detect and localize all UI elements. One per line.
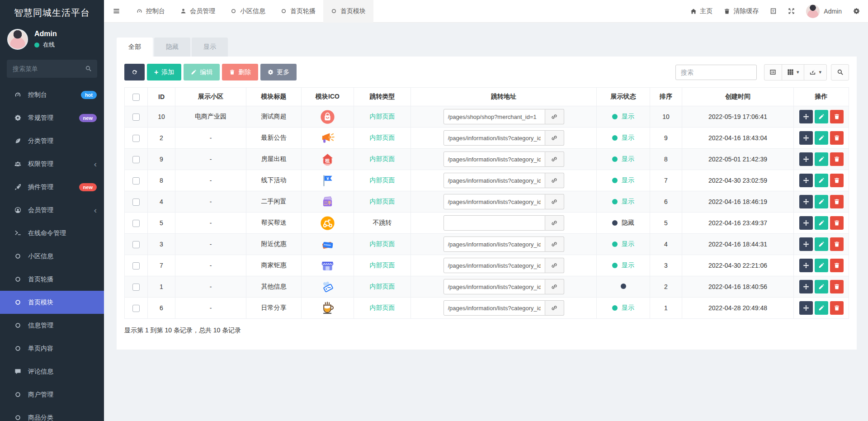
jump-url-input[interactable] <box>443 279 545 294</box>
detail-view-icon[interactable] <box>764 64 782 80</box>
delete-row-button[interactable] <box>830 131 844 145</box>
settings-gear-icon[interactable] <box>853 8 860 14</box>
delete-row-button[interactable] <box>830 259 844 272</box>
sidebar-item[interactable]: 插件管理new <box>0 175 104 199</box>
jump-url-input[interactable] <box>443 130 545 146</box>
delete-row-button[interactable] <box>830 110 844 123</box>
edit-button[interactable]: 编辑 <box>184 64 220 80</box>
menu-toggle-icon[interactable] <box>104 8 129 14</box>
nav-tab-控制台[interactable]: 控制台 <box>129 0 173 23</box>
nav-tab-会员管理[interactable]: 会员管理 <box>173 0 223 23</box>
jump-url-input[interactable] <box>443 151 545 167</box>
more-button[interactable]: 更多 <box>260 64 297 80</box>
sidebar-item[interactable]: 常规管理new <box>0 106 104 129</box>
jump-url-input[interactable] <box>443 215 545 231</box>
table-search-input[interactable] <box>675 65 757 80</box>
avatar[interactable] <box>7 29 28 50</box>
filter-tab[interactable]: 显示 <box>192 38 228 57</box>
row-checkbox[interactable] <box>132 305 140 312</box>
sidebar-item[interactable]: 评论信息 <box>0 360 104 383</box>
sidebar-item[interactable]: 首页模块 <box>0 291 104 314</box>
row-checkbox[interactable] <box>132 114 140 121</box>
status-badge[interactable]: 显示 <box>612 198 634 206</box>
language-icon[interactable]: 文 <box>770 8 777 14</box>
status-badge[interactable]: 显示 <box>612 176 634 184</box>
edit-row-button[interactable] <box>815 216 828 230</box>
move-button[interactable] <box>799 216 813 230</box>
link-button[interactable] <box>545 109 564 124</box>
select-all-checkbox[interactable] <box>132 94 140 101</box>
link-button[interactable] <box>545 279 564 294</box>
delete-row-button[interactable] <box>830 216 844 230</box>
jump-url-input[interactable] <box>443 300 545 316</box>
delete-row-button[interactable] <box>830 195 844 208</box>
sidebar-item[interactable]: 分类管理 <box>0 129 104 152</box>
row-checkbox[interactable] <box>132 135 140 142</box>
row-checkbox[interactable] <box>132 241 140 248</box>
status-badge[interactable]: 显示 <box>612 240 634 248</box>
edit-row-button[interactable] <box>815 110 828 123</box>
sidebar-item[interactable]: 控制台hot <box>0 83 104 106</box>
move-button[interactable] <box>799 174 813 187</box>
status-badge[interactable]: 显示 <box>612 261 634 270</box>
move-button[interactable] <box>799 131 813 145</box>
move-button[interactable] <box>799 259 813 272</box>
filter-tab[interactable]: 全部 <box>117 38 153 57</box>
row-checkbox[interactable] <box>132 177 140 184</box>
link-button[interactable] <box>545 258 564 273</box>
link-button[interactable] <box>545 215 564 231</box>
delete-row-button[interactable] <box>830 280 844 293</box>
search-button[interactable] <box>831 64 849 80</box>
edit-row-button[interactable] <box>815 152 828 166</box>
sidebar-item[interactable]: 小区信息 <box>0 245 104 268</box>
home-link[interactable]: 主页 <box>690 7 712 15</box>
filter-tab[interactable]: 隐藏 <box>154 38 190 57</box>
link-button[interactable] <box>545 130 564 146</box>
menu-search-input[interactable] <box>7 60 97 78</box>
fullscreen-icon[interactable] <box>788 8 795 14</box>
delete-row-button[interactable] <box>830 174 844 187</box>
link-button[interactable] <box>545 237 564 252</box>
jump-url-input[interactable] <box>443 173 545 188</box>
columns-dropdown[interactable]: ▾ <box>782 64 805 80</box>
status-badge[interactable]: 显示 <box>612 155 634 163</box>
sidebar-item[interactable]: 会员管理‹ <box>0 199 104 222</box>
move-button[interactable] <box>799 237 813 251</box>
sidebar-item[interactable]: 商品分类 <box>0 406 104 421</box>
jump-url-input[interactable] <box>443 237 545 252</box>
nav-tab-首页轮播[interactable]: 首页轮播 <box>273 0 323 23</box>
row-checkbox[interactable] <box>132 262 140 270</box>
link-button[interactable] <box>545 194 564 209</box>
link-button[interactable] <box>545 151 564 167</box>
navbar-user-menu[interactable]: Admin <box>806 5 842 18</box>
delete-button[interactable]: 删除 <box>222 64 258 80</box>
link-button[interactable] <box>545 173 564 188</box>
export-dropdown[interactable]: ▾ <box>804 64 827 80</box>
move-button[interactable] <box>799 195 813 208</box>
sidebar-item[interactable]: 权限管理‹ <box>0 152 104 175</box>
delete-row-button[interactable] <box>830 301 844 315</box>
status-badge[interactable] <box>621 284 626 289</box>
nav-tab-小区信息[interactable]: 小区信息 <box>223 0 273 23</box>
status-badge[interactable]: 显示 <box>612 134 634 142</box>
edit-row-button[interactable] <box>815 259 828 272</box>
status-badge[interactable]: 显示 <box>612 304 634 312</box>
delete-row-button[interactable] <box>830 237 844 251</box>
move-button[interactable] <box>799 280 813 293</box>
edit-row-button[interactable] <box>815 301 828 315</box>
sidebar-item[interactable]: 首页轮播 <box>0 268 104 291</box>
jump-url-input[interactable] <box>443 109 545 124</box>
delete-row-button[interactable] <box>830 152 844 166</box>
row-checkbox[interactable] <box>132 199 140 206</box>
sidebar-item[interactable]: 单页内容 <box>0 337 104 360</box>
status-badge[interactable]: 显示 <box>612 113 634 121</box>
refresh-button[interactable] <box>124 64 145 80</box>
edit-row-button[interactable] <box>815 237 828 251</box>
status-badge[interactable]: 隐藏 <box>612 219 634 227</box>
add-button[interactable]: + 添加 <box>147 64 181 80</box>
jump-url-input[interactable] <box>443 258 545 273</box>
edit-row-button[interactable] <box>815 174 828 187</box>
row-checkbox[interactable] <box>132 284 140 291</box>
jump-url-input[interactable] <box>443 194 545 209</box>
move-button[interactable] <box>799 110 813 123</box>
